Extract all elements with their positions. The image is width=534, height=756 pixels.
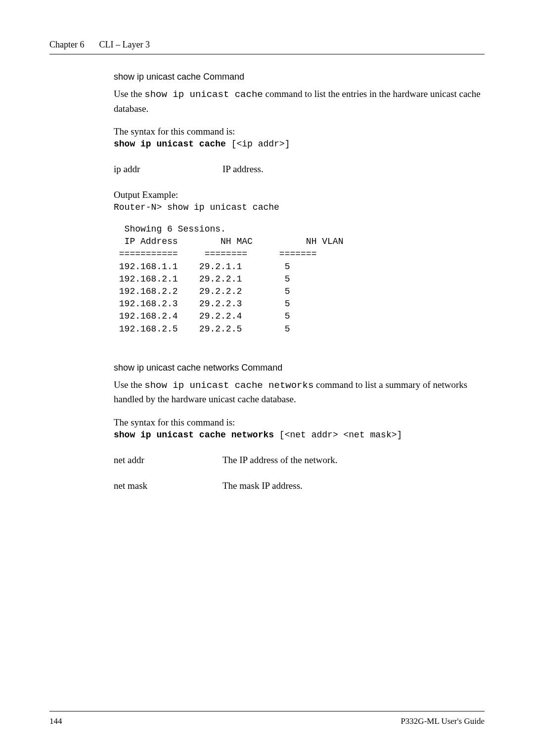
intro-command-2: show ip unicast cache networks [144,380,313,391]
page-footer: 144 P332G-ML User's Guide [49,711,485,726]
param-name-netmask: net mask [114,480,222,491]
syntax-bold: show ip unicast cache [114,139,226,149]
syntax-rest: [<ip addr>] [226,139,290,149]
param-row-ip-addr: ip addr IP address. [114,164,485,175]
page-header: Chapter 6 CLI – Layer 3 [49,40,485,50]
chapter-label: Chapter 6 [49,40,84,50]
chapter-title: CLI – Layer 3 [99,40,149,50]
intro-text-pre-2: Use the [114,379,144,390]
syntax-intro-1: The syntax for this command is: [114,126,485,137]
section1-intro: Use the show ip unicast cache command to… [114,87,485,115]
param-desc: IP address. [222,164,264,175]
section2-intro: Use the show ip unicast cache networks c… [114,378,485,406]
syntax-bold-2: show ip unicast cache networks [114,430,274,440]
header-divider [49,54,485,54]
section-heading-2: show ip unicast cache networks Command [114,363,485,373]
param-name-netaddr: net addr [114,455,222,466]
example-command: Router-N> show ip unicast cache [114,202,485,212]
param-row-net-addr: net addr The IP address of the network. [114,455,485,466]
footer-divider [49,711,485,711]
syntax-line-2: show ip unicast cache networks [<net add… [114,430,485,440]
syntax-rest-2: [<net addr> <net mask>] [274,430,402,440]
footer-row: 144 P332G-ML User's Guide [49,716,485,726]
guide-title: P332G-ML User's Guide [400,716,485,726]
param-desc-netmask: The mask IP address. [222,480,303,491]
terminal-output: Showing 6 Sessions. IP Address NH MAC NH… [114,223,485,335]
param-row-net-mask: net mask The mask IP address. [114,480,485,491]
example-label: Output Example: [114,189,485,200]
section-heading-1: show ip unicast cache Command [114,72,485,82]
syntax-intro-2: The syntax for this command is: [114,417,485,428]
intro-text-pre: Use the [114,89,144,99]
page-content: show ip unicast cache Command Use the sh… [114,72,485,491]
syntax-line-1: show ip unicast cache [<ip addr>] [114,139,485,149]
param-desc-netaddr: The IP address of the network. [222,455,338,466]
page-number: 144 [49,716,62,726]
param-name: ip addr [114,164,222,175]
intro-command: show ip unicast cache [144,89,263,100]
